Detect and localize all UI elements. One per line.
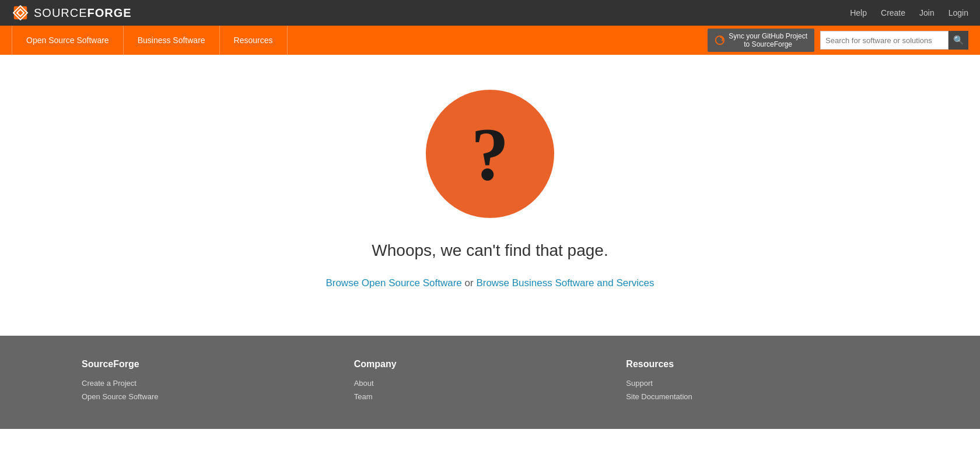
browse-oss-link[interactable]: Browse Open Source Software — [326, 277, 461, 288]
create-link[interactable]: Create — [881, 8, 905, 17]
sync-github-button[interactable]: Sync your GitHub Projectto SourceForge — [708, 29, 814, 52]
main-content: ? Whoops, we can't find that page. Brows… — [0, 55, 980, 336]
footer: SourceForge Create a Project Open Source… — [0, 336, 980, 429]
footer-about[interactable]: About — [354, 379, 603, 388]
footer-heading-company: Company — [354, 359, 603, 369]
orange-nav: Open Source Software Business Software R… — [0, 26, 980, 55]
sync-icon — [715, 35, 725, 45]
search-input[interactable] — [820, 31, 949, 50]
footer-create-project[interactable]: Create a Project — [82, 379, 331, 388]
orange-nav-left: Open Source Software Business Software R… — [12, 26, 708, 55]
question-mark-icon: ? — [471, 116, 509, 192]
join-link[interactable]: Join — [919, 8, 935, 17]
logo-text: SOURCEFORGE — [34, 6, 132, 20]
search-icon: 🔍 — [953, 35, 964, 45]
error-message: Whoops, we can't find that page. — [372, 241, 608, 260]
top-nav-links: Help Create Join Login — [850, 8, 968, 17]
sync-button-label: Sync your GitHub Projectto SourceForge — [729, 32, 807, 49]
help-link[interactable]: Help — [850, 8, 867, 17]
error-circle: ? — [426, 90, 554, 218]
login-link[interactable]: Login — [949, 8, 968, 17]
footer-col-resources: Resources Support Site Documentation — [626, 359, 898, 406]
error-links: Browse Open Source Software or Browse Bu… — [326, 277, 654, 289]
nav-open-source[interactable]: Open Source Software — [12, 26, 124, 55]
footer-col-sourceforge: SourceForge Create a Project Open Source… — [82, 359, 354, 406]
footer-heading-sourceforge: SourceForge — [82, 359, 331, 369]
logo-icon — [12, 4, 29, 22]
footer-team[interactable]: Team — [354, 392, 603, 401]
top-nav: SOURCEFORGE Help Create Join Login — [0, 0, 980, 26]
svg-marker-5 — [722, 38, 723, 41]
footer-col-company: Company About Team — [354, 359, 626, 406]
logo-area[interactable]: SOURCEFORGE — [12, 4, 132, 22]
search-button[interactable]: 🔍 — [949, 31, 968, 50]
search-form: 🔍 — [820, 31, 968, 50]
nav-business-software[interactable]: Business Software — [124, 26, 220, 55]
browse-biz-link[interactable]: Browse Business Software and Services — [476, 277, 654, 288]
or-text: or — [462, 277, 477, 288]
footer-open-source-software[interactable]: Open Source Software — [82, 392, 331, 401]
footer-support[interactable]: Support — [626, 379, 875, 388]
footer-heading-resources: Resources — [626, 359, 875, 369]
orange-nav-right: Sync your GitHub Projectto SourceForge 🔍 — [708, 29, 968, 52]
nav-resources[interactable]: Resources — [220, 26, 288, 55]
footer-site-documentation[interactable]: Site Documentation — [626, 392, 875, 401]
